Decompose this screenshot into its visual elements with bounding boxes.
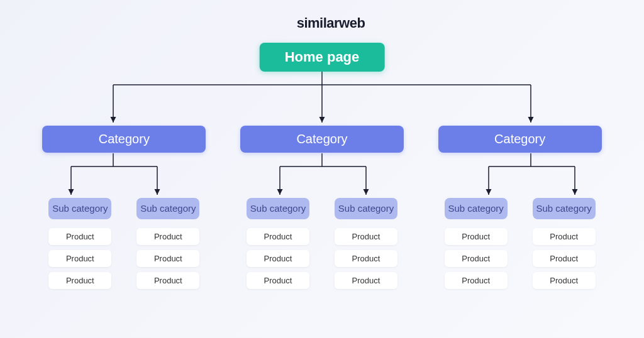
category-column: Category Sub category Product Product Pr…	[36, 126, 212, 289]
product-node: Product	[445, 250, 508, 267]
product-node: Product	[445, 272, 508, 289]
subcategory-column: Sub category Product Product Product	[133, 198, 203, 289]
subcategory-node: Sub category	[247, 198, 309, 219]
products-column: Product Product Product	[445, 228, 508, 289]
products-column: Product Product Product	[48, 228, 111, 289]
subcategory-column: Sub category Product Product Product	[331, 198, 401, 289]
subcategory-column: Sub category Product Product Product	[243, 198, 313, 289]
product-node: Product	[247, 250, 309, 267]
products-column: Product Product Product	[247, 228, 309, 289]
subcategory-node: Sub category	[48, 198, 111, 219]
product-node: Product	[533, 250, 596, 267]
products-column: Product Product Product	[533, 228, 596, 289]
similarweb-icon	[279, 16, 293, 30]
product-node: Product	[445, 228, 508, 245]
product-node: Product	[136, 228, 199, 245]
subcategory-node: Sub category	[445, 198, 508, 219]
brand-name: similarweb	[297, 15, 365, 31]
brand-logo: similarweb	[279, 15, 365, 31]
subcategory-node: Sub category	[136, 198, 199, 219]
category-node: Category	[42, 126, 206, 153]
category-column: Category Sub category Product Product Pr…	[234, 126, 410, 289]
subcategories-row: Sub category Product Product Product Sub…	[441, 198, 599, 289]
product-node: Product	[48, 228, 111, 245]
product-node: Product	[247, 228, 309, 245]
category-node: Category	[240, 126, 404, 153]
categories-row: Category Sub category Product Product Pr…	[0, 126, 644, 289]
category-column: Category Sub category Product Product Pr…	[432, 126, 608, 289]
subcategory-column: Sub category Product Product Product	[441, 198, 511, 289]
subcategory-node: Sub category	[335, 198, 397, 219]
product-node: Product	[533, 228, 596, 245]
category-node: Category	[438, 126, 602, 153]
home-page-node: Home page	[260, 43, 385, 72]
subcategory-column: Sub category Product Product Product	[530, 198, 599, 289]
product-node: Product	[136, 272, 199, 289]
product-node: Product	[136, 250, 199, 267]
products-column: Product Product Product	[335, 228, 397, 289]
product-node: Product	[48, 272, 111, 289]
subcategories-row: Sub category Product Product Product Sub…	[243, 198, 401, 289]
product-node: Product	[335, 272, 397, 289]
product-node: Product	[335, 228, 397, 245]
product-node: Product	[48, 250, 111, 267]
subcategory-column: Sub category Product Product Product	[45, 198, 114, 289]
product-node: Product	[335, 250, 397, 267]
subcategories-row: Sub category Product Product Product Sub…	[45, 198, 203, 289]
products-column: Product Product Product	[136, 228, 199, 289]
subcategory-node: Sub category	[533, 198, 596, 219]
product-node: Product	[247, 272, 309, 289]
product-node: Product	[533, 272, 596, 289]
